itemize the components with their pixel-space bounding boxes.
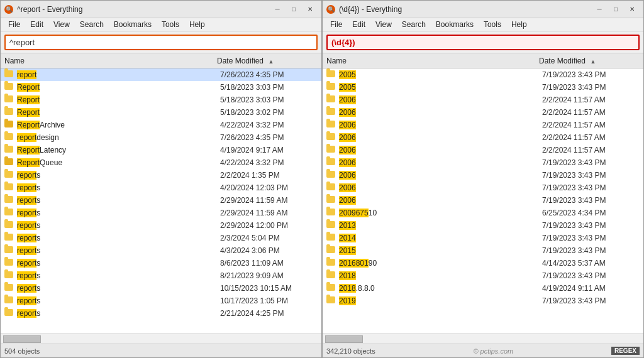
file-date: 4/22/2024 3:32 PM	[220, 158, 318, 167]
title-bar-2: 🔍 (\d{4}) - Everything ─ □ ✕	[323, 1, 643, 18]
file-date: 4/19/2024 9:17 AM	[220, 146, 318, 155]
menu-tools-1[interactable]: Tools	[157, 19, 184, 31]
file-item-reports-8[interactable]: reports 8/6/2023 11:09 AM	[1, 257, 321, 269]
file-item-2006-9[interactable]: 2006 7/19/2023 3:43 PM	[323, 194, 643, 207]
file-item-2005-1[interactable]: 2005 7/19/2023 3:43 PM	[323, 68, 643, 81]
app-icon-2: 🔍	[326, 5, 335, 14]
file-item-2019[interactable]: 2019 7/19/2023 3:43 PM	[323, 295, 643, 307]
file-name: 2015	[339, 246, 542, 255]
file-date: 2/2/2024 11:57 AM	[542, 108, 640, 117]
menu-bookmarks-1[interactable]: Bookmarks	[109, 19, 157, 31]
search-input-1[interactable]	[4, 35, 318, 50]
file-item-Report-1[interactable]: Report 5/18/2023 3:03 PM	[1, 81, 321, 94]
file-name: reports	[17, 221, 220, 230]
file-item-200967510[interactable]: 200967510 6/25/2023 4:34 PM	[323, 207, 643, 219]
menu-help-2[interactable]: Help	[506, 19, 532, 31]
file-date: 7/19/2023 3:43 PM	[542, 296, 640, 305]
menu-search-2[interactable]: Search	[397, 19, 431, 31]
file-name: 2006	[339, 121, 542, 129]
folder-icon	[4, 234, 14, 242]
file-name: ReportArchive	[17, 121, 220, 129]
file-item-reports-5[interactable]: reports 2/29/2024 12:00 PM	[1, 219, 321, 232]
horizontal-scrollbar-1[interactable]	[1, 334, 321, 344]
file-item-2013[interactable]: 2013 7/19/2023 3:43 PM	[323, 219, 643, 232]
minimize-button-1[interactable]: ─	[270, 4, 285, 15]
file-item-report-1[interactable]: report 7/26/2023 4:35 PM	[1, 68, 321, 81]
file-item-2006-5[interactable]: 2006 2/2/2024 11:57 AM	[323, 144, 643, 156]
file-name: 2006	[339, 133, 542, 142]
menu-search-1[interactable]: Search	[75, 19, 109, 31]
file-item-reports-6[interactable]: reports 2/3/2024 5:04 PM	[1, 232, 321, 244]
maximize-button-2[interactable]: □	[608, 4, 623, 15]
file-item-reports-4[interactable]: reports 2/29/2024 11:59 AM	[1, 207, 321, 219]
menu-bar-2: File Edit View Search Bookmarks Tools He…	[323, 18, 643, 32]
close-button-1[interactable]: ✕	[303, 4, 318, 15]
maximize-button-1[interactable]: □	[286, 4, 301, 15]
folder-icon	[326, 95, 336, 104]
window-controls-1: ─ □ ✕	[270, 4, 318, 15]
menu-help-1[interactable]: Help	[184, 19, 210, 31]
file-item-2018880[interactable]: 2018.8.8.0 4/19/2024 9:11 AM	[323, 282, 643, 295]
file-item-2006-4[interactable]: 2006 2/2/2024 11:57 AM	[323, 131, 643, 144]
menu-edit-2[interactable]: Edit	[347, 19, 370, 31]
file-item-2014[interactable]: 2014 7/19/2023 3:43 PM	[323, 232, 643, 244]
folder-icon	[4, 221, 14, 230]
folder-icon	[326, 221, 336, 230]
file-item-ReportLatency[interactable]: ReportLatency 4/19/2024 9:17 AM	[1, 144, 321, 156]
file-item-Report-2[interactable]: Report 5/18/2023 3:03 PM	[1, 94, 321, 106]
file-date: 5/18/2023 3:03 PM	[220, 83, 318, 92]
folder-icon	[326, 284, 336, 293]
file-name: ReportQueue	[17, 158, 220, 167]
file-item-2006-2[interactable]: 2006 2/2/2024 11:57 AM	[323, 106, 643, 119]
search-input-2[interactable]	[326, 35, 640, 50]
file-item-ReportArchive[interactable]: ReportArchive 4/22/2024 3:32 PM	[1, 119, 321, 131]
file-item-ReportQueue[interactable]: ReportQueue 4/22/2024 3:32 PM	[1, 156, 321, 169]
horizontal-scroll-thumb-1[interactable]	[3, 335, 41, 343]
horizontal-scrollbar-2[interactable]	[323, 334, 643, 344]
menu-bookmarks-2[interactable]: Bookmarks	[431, 19, 479, 31]
file-name: Report	[17, 83, 220, 92]
file-item-reportdesign[interactable]: reportdesign 7/26/2023 4:35 PM	[1, 131, 321, 144]
file-name: reports	[17, 309, 220, 318]
menu-view-1[interactable]: View	[48, 19, 75, 31]
file-name: 2019	[339, 296, 542, 305]
menu-edit-1[interactable]: Edit	[25, 19, 48, 31]
file-item-Report-3[interactable]: Report 5/18/2023 3:02 PM	[1, 106, 321, 119]
folder-icon	[326, 70, 336, 79]
file-item-2006-3[interactable]: 2006 2/2/2024 11:57 AM	[323, 119, 643, 131]
file-item-reports-7[interactable]: reports 4/3/2024 3:06 PM	[1, 244, 321, 257]
file-item-2006-7[interactable]: 2006 7/19/2023 3:43 PM	[323, 169, 643, 182]
horizontal-scroll-thumb-2[interactable]	[325, 335, 363, 343]
file-date: 7/19/2023 3:43 PM	[542, 83, 640, 92]
minimize-button-2[interactable]: ─	[592, 4, 607, 15]
menu-file-1[interactable]: File	[3, 19, 25, 31]
search-bar-1	[1, 32, 321, 53]
file-item-201680190[interactable]: 201680190 4/14/2023 5:37 AM	[323, 257, 643, 269]
file-item-reports-10[interactable]: reports 10/15/2023 10:15 AM	[1, 282, 321, 295]
file-item-reports-9[interactable]: reports 8/21/2023 9:09 AM	[1, 269, 321, 282]
file-item-2006-1[interactable]: 2006 2/2/2024 11:57 AM	[323, 94, 643, 106]
file-item-reports-3[interactable]: reports 2/29/2024 11:59 AM	[1, 194, 321, 207]
file-item-2006-8[interactable]: 2006 7/19/2023 3:43 PM	[323, 182, 643, 194]
file-item-reports-1[interactable]: reports 2/2/2024 1:35 PM	[1, 169, 321, 182]
menu-file-2[interactable]: File	[325, 19, 347, 31]
menu-tools-2[interactable]: Tools	[479, 19, 506, 31]
file-item-2018[interactable]: 2018 7/19/2023 3:43 PM	[323, 269, 643, 282]
file-item-2005-2[interactable]: 2005 7/19/2023 3:43 PM	[323, 81, 643, 94]
close-button-2[interactable]: ✕	[625, 4, 640, 15]
menu-view-2[interactable]: View	[370, 19, 397, 31]
file-date: 7/19/2023 3:43 PM	[542, 221, 640, 230]
file-name: Report	[17, 108, 220, 117]
file-list-area-1: report 7/26/2023 4:35 PM Report 5/18/202…	[1, 68, 321, 344]
file-item-reports-11[interactable]: reports 10/17/2023 1:05 PM	[1, 295, 321, 307]
file-item-2006-6[interactable]: 2006 7/19/2023 3:43 PM	[323, 156, 643, 169]
status-count-2: 342,210 objects	[326, 347, 375, 355]
file-list-area-2: 2005 7/19/2023 3:43 PM 2005 7/19/2023 3:…	[323, 68, 643, 344]
file-list-2: 2005 7/19/2023 3:43 PM 2005 7/19/2023 3:…	[323, 68, 643, 334]
title-left-2: 🔍 (\d{4}) - Everything	[326, 5, 402, 14]
file-item-reports-2[interactable]: reports 4/20/2024 12:03 PM	[1, 182, 321, 194]
file-item-2015[interactable]: 2015 7/19/2023 3:43 PM	[323, 244, 643, 257]
file-item-reports-12[interactable]: reports 2/21/2024 4:25 PM	[1, 307, 321, 320]
window-2: 🔍 (\d{4}) - Everything ─ □ ✕ File Edit V…	[322, 0, 644, 358]
app-icon-1: 🔍	[4, 5, 13, 14]
